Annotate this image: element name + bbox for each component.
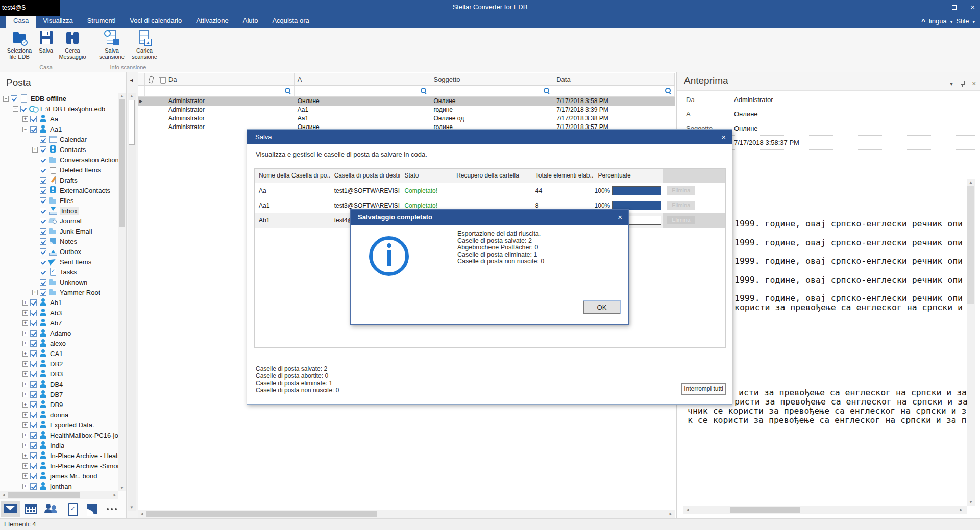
delete-mailbox-button[interactable]: Elimina	[667, 216, 695, 224]
collapse-minus-icon[interactable]: −	[3, 96, 9, 102]
tree-item-unknown[interactable]: Unknown	[0, 277, 118, 287]
checkbox-checked-icon[interactable]	[30, 412, 37, 418]
tree-item-exported-data[interactable]: +Exported Data.	[0, 420, 118, 430]
tree-item-conversation-action-s[interactable]: Conversation Action S	[0, 155, 118, 165]
filter-input-da[interactable]	[165, 86, 295, 96]
checkbox-checked-icon[interactable]	[30, 330, 37, 337]
minimize-button[interactable]: –	[935, 0, 939, 14]
scroll-down-icon[interactable]: ▼	[969, 500, 973, 504]
dock-notes-button[interactable]	[83, 501, 102, 517]
column-header-soggetto[interactable]: Soggetto	[430, 73, 553, 85]
checkbox-checked-icon[interactable]	[40, 197, 46, 204]
checkbox-checked-icon[interactable]	[30, 432, 37, 439]
list-horizontal-scrollbar[interactable]: ◄ ►	[138, 510, 675, 518]
checkbox-checked-icon[interactable]	[40, 187, 46, 194]
filter-input-data[interactable]	[553, 86, 675, 96]
expand-plus-icon[interactable]: +	[22, 392, 28, 397]
abort-all-button[interactable]: Interrompi tutti	[681, 383, 726, 395]
scroll-down-icon[interactable]: ▼	[130, 506, 134, 510]
expand-plus-icon[interactable]: +	[22, 300, 28, 306]
delete-mailbox-button[interactable]: Elimina	[667, 201, 695, 210]
save-column-stato[interactable]: Stato	[400, 169, 452, 183]
expand-plus-icon[interactable]: +	[22, 433, 28, 438]
message-row[interactable]: AdministratorAa1године7/17/2018 3:39 PM	[138, 106, 675, 114]
checkbox-checked-icon[interactable]	[30, 463, 37, 469]
dock-calendar-button[interactable]	[21, 501, 41, 517]
dock-more-button[interactable]	[103, 501, 122, 517]
column-header-data[interactable]: Data	[553, 73, 675, 85]
checkbox-checked-icon[interactable]	[30, 422, 37, 428]
list-vertical-scrollbar[interactable]: ▲ ▼	[128, 93, 136, 511]
save-column-actions[interactable]	[663, 169, 725, 183]
tree-item-ab7[interactable]: +Ab7	[0, 318, 118, 328]
save-column-totale-elementi-elab[interactable]: Totale elementi elab...	[531, 169, 594, 183]
style-menu[interactable]: Stile	[956, 17, 969, 25]
tree-item-db9[interactable]: +DB9	[0, 399, 118, 410]
ribbon-button-cerca-messaggio[interactable]: Cerca Messaggio	[56, 29, 89, 61]
checkbox-checked-icon[interactable]	[40, 157, 46, 163]
checkbox-checked-icon[interactable]	[40, 208, 46, 214]
checkbox-checked-icon[interactable]	[40, 269, 46, 275]
checkbox-checked-icon[interactable]	[40, 167, 46, 173]
ribbon-button-salva[interactable]: Salva	[36, 29, 56, 55]
scroll-left-icon[interactable]: ◄	[685, 508, 690, 512]
expand-plus-icon[interactable]: +	[22, 453, 28, 459]
tree-item-donna[interactable]: +donna	[0, 410, 118, 420]
tree-item-healthmailbox-pc16-joh[interactable]: +HealthMailbox-PC16-joh	[0, 430, 118, 440]
expand-plus-icon[interactable]: +	[22, 412, 28, 418]
tree-item-e-edb-files-john-edb[interactable]: −E:\EDB Files\john.edb	[0, 104, 118, 114]
pin-icon[interactable]	[960, 80, 965, 87]
checkbox-checked-icon[interactable]	[30, 391, 37, 398]
list-scroll-thumb[interactable]	[129, 100, 135, 145]
tree-item-calendar[interactable]: Calendar	[0, 134, 118, 144]
expand-plus-icon[interactable]: +	[22, 310, 28, 316]
checkbox-checked-icon[interactable]	[30, 310, 37, 316]
tree-item-contacts[interactable]: +Contacts	[0, 144, 118, 155]
expand-plus-icon[interactable]: +	[22, 463, 28, 469]
expand-plus-icon[interactable]: +	[22, 351, 28, 357]
checkbox-checked-icon[interactable]	[40, 136, 46, 143]
checkbox-checked-icon[interactable]	[20, 106, 27, 112]
checkbox-checked-icon[interactable]	[40, 228, 46, 235]
ribbon-button-salva-scansione[interactable]: Salva scansione	[95, 29, 128, 61]
checkbox-checked-icon[interactable]	[40, 218, 46, 224]
expand-plus-icon[interactable]: +	[22, 361, 28, 367]
expand-plus-icon[interactable]: +	[22, 422, 28, 428]
expand-plus-icon[interactable]: +	[22, 382, 28, 387]
scroll-right-icon[interactable]: ►	[959, 508, 963, 512]
close-icon[interactable]	[972, 79, 976, 88]
scroll-right-icon[interactable]: ►	[113, 493, 117, 497]
close-icon[interactable]: ×	[721, 130, 726, 144]
tab-attivazione[interactable]: Attivazione	[189, 14, 236, 28]
tree-item-alexo[interactable]: +alexo	[0, 338, 118, 348]
tree-item-in-place-archive-health[interactable]: +In-Place Archive - Health	[0, 450, 118, 461]
tree-item-james-mr-bond[interactable]: +james Mr.. bond	[0, 471, 118, 481]
tree-scroll-thumb[interactable]	[119, 99, 125, 227]
collapse-minus-icon[interactable]: −	[22, 127, 28, 132]
checkbox-checked-icon[interactable]	[30, 381, 37, 388]
collapse-minus-icon[interactable]: −	[13, 106, 18, 112]
checkbox-checked-icon[interactable]	[40, 279, 46, 286]
tree-item-db2[interactable]: +DB2	[0, 359, 118, 369]
scroll-left-icon[interactable]: ◄	[2, 493, 6, 497]
tree-horizontal-scrollbar[interactable]: ◄ ►	[0, 491, 118, 499]
save-column-percentuale[interactable]: Percentuale	[594, 169, 664, 183]
expand-plus-icon[interactable]: +	[22, 371, 28, 377]
expand-plus-icon[interactable]: +	[22, 341, 28, 346]
scroll-up-icon[interactable]: ▲	[130, 94, 134, 98]
save-column-nome-della-casella-di-po[interactable]: Nome della Casella di po...	[255, 169, 330, 183]
tree-item-drafts[interactable]: Drafts	[0, 175, 118, 185]
checkbox-checked-icon[interactable]	[40, 177, 46, 184]
checkbox-checked-icon[interactable]	[30, 299, 37, 306]
tree-item-files[interactable]: Files	[0, 195, 118, 206]
save-column-casella-di-posta-di-destin[interactable]: Casella di posta di destin...	[330, 169, 401, 183]
checkbox-checked-icon[interactable]	[40, 259, 46, 265]
chevron-down-icon[interactable]	[950, 79, 952, 88]
expand-plus-icon[interactable]: +	[22, 331, 28, 336]
preview-vertical-scrollbar[interactable]: ▲ ▼	[967, 179, 975, 506]
checkbox-checked-icon[interactable]	[30, 483, 37, 490]
tree-item-india[interactable]: +India	[0, 440, 118, 450]
tree-item-junk-email[interactable]: Junk Email	[0, 226, 118, 236]
close-icon[interactable]: ×	[618, 210, 622, 225]
dock-mail-button[interactable]	[1, 501, 20, 517]
